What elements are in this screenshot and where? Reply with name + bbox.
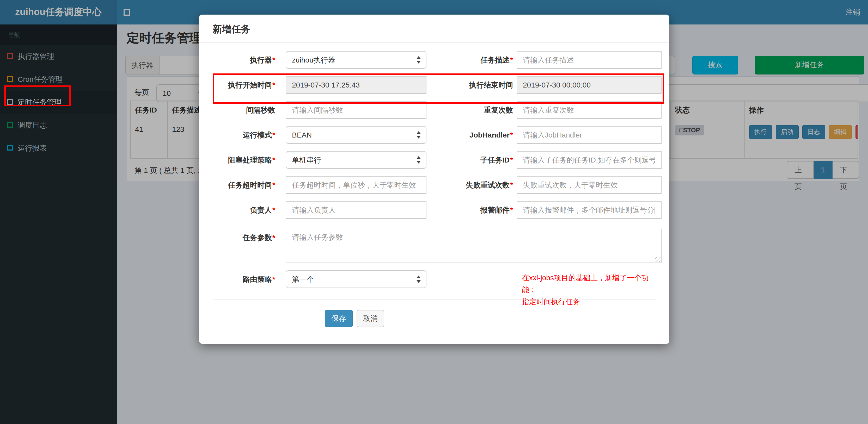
form-row-exec-time: 执行开始时间* 执行结束时间: [199, 76, 670, 94]
form-row-timeout: 任务超时时间* 失败重试次数*: [199, 176, 670, 194]
field-label: 运行模式: [243, 131, 272, 139]
required-asterisk: *: [510, 56, 513, 64]
timeout-input[interactable]: [286, 176, 427, 194]
run-mode-select-value: BEAN: [286, 127, 426, 143]
field-label: 执行结束时间: [469, 81, 513, 89]
required-asterisk: *: [272, 206, 275, 214]
field-label: 路由策略: [243, 275, 272, 283]
required-asterisk: *: [272, 275, 275, 283]
interval-seconds-input[interactable]: [286, 101, 427, 119]
job-handler-input[interactable]: [517, 126, 661, 144]
required-asterisk: *: [272, 81, 275, 89]
form-row-block-strategy: 阻塞处理策略* 单机串行 子任务ID*: [199, 151, 670, 169]
chevron-up-down-icon: [416, 131, 421, 138]
field-label: JobHandler: [469, 131, 509, 139]
app-root: zuihou任务调度中心 注销 导航 执行器管理 Cron任务管理 定时任务管理…: [0, 0, 868, 424]
cancel-button[interactable]: 取消: [356, 310, 384, 327]
required-asterisk: *: [272, 233, 275, 242]
feature-note-line1: 在xxl-jobs项目的基础上，新增了一个功能：: [522, 272, 662, 296]
required-asterisk: *: [272, 56, 275, 64]
field-label: 任务描述: [480, 56, 509, 64]
form-row-executor: 执行器* zuihou执行器 任务描述*: [199, 51, 670, 69]
field-label: 子任务ID: [480, 156, 509, 164]
modal-header: 新增任务: [199, 14, 670, 43]
repeat-count-input[interactable]: [517, 101, 661, 119]
field-label: 任务参数: [243, 233, 272, 242]
field-label: 任务超时时间: [228, 181, 272, 189]
required-asterisk: *: [272, 181, 275, 189]
required-asterisk: *: [272, 131, 275, 139]
route-strategy-select[interactable]: 第一个: [286, 270, 427, 288]
form-row-owner: 负责人* 报警邮件*: [199, 201, 670, 219]
field-label: 重复次数: [484, 106, 513, 114]
end-time-input[interactable]: [517, 76, 661, 94]
required-asterisk: *: [510, 131, 513, 139]
executor-select[interactable]: zuihou执行器: [286, 51, 427, 69]
field-label: 间隔秒数: [246, 106, 275, 114]
required-asterisk: *: [510, 206, 513, 214]
run-mode-select[interactable]: BEAN: [286, 126, 427, 144]
field-label: 执行器: [250, 56, 272, 64]
field-label: 阻塞处理策略: [228, 156, 272, 164]
alarm-email-input[interactable]: [517, 201, 661, 219]
task-desc-input[interactable]: [517, 51, 661, 69]
field-label: 负责人: [250, 206, 272, 214]
required-asterisk: *: [510, 181, 513, 189]
owner-input[interactable]: [286, 201, 427, 219]
chevron-up-down-icon: [416, 275, 421, 283]
start-time-input[interactable]: [286, 76, 427, 94]
modal-footer-divider: [213, 299, 656, 300]
chevron-up-down-icon: [416, 56, 421, 64]
textarea-resize-grip-icon[interactable]: [655, 257, 660, 262]
retry-count-input[interactable]: [517, 176, 661, 194]
child-job-id-input[interactable]: [517, 151, 661, 169]
task-params-textarea[interactable]: [286, 229, 661, 263]
save-button[interactable]: 保存: [325, 310, 353, 327]
field-label: 报警邮件: [480, 206, 509, 214]
field-label: 执行开始时间: [228, 81, 272, 89]
add-task-modal: 新增任务 执行器* zuihou执行器 任务描述* 执行开始时间* 执行结束时间…: [199, 14, 670, 344]
form-row-interval: 间隔秒数 重复次数: [199, 101, 670, 119]
form-row-glue-type: 运行模式* BEAN JobHandler*: [199, 126, 670, 144]
block-strategy-select[interactable]: 单机串行: [286, 151, 427, 169]
modal-title: 新增任务: [213, 23, 250, 35]
block-strategy-select-value: 单机串行: [286, 152, 426, 168]
required-asterisk: *: [272, 156, 275, 164]
chevron-up-down-icon: [416, 156, 421, 164]
executor-select-value: zuihou执行器: [286, 52, 426, 68]
required-asterisk: *: [510, 156, 513, 164]
feature-note-line2: 指定时间执行任务: [522, 296, 662, 308]
feature-note: 在xxl-jobs项目的基础上，新增了一个功能： 指定时间执行任务: [522, 272, 662, 308]
field-label: 失败重试次数: [466, 181, 509, 189]
route-strategy-select-value: 第一个: [286, 271, 426, 288]
